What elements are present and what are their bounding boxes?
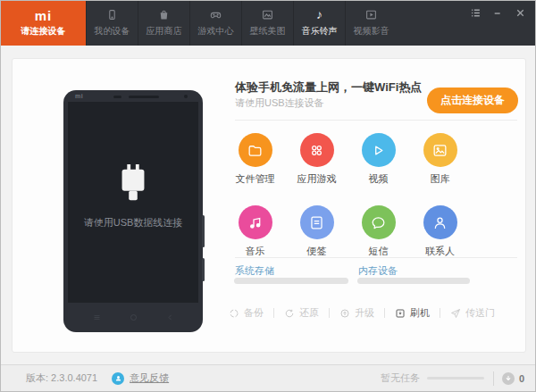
backup-icon xyxy=(229,308,239,319)
task-progress-line xyxy=(427,377,484,379)
feature-sms[interactable]: 短信 xyxy=(348,205,409,258)
feature-video[interactable]: 视频 xyxy=(348,133,409,186)
tab-my-device[interactable]: 我的设备 xyxy=(86,1,138,46)
phone-screen: 请使用USB数据线连接 xyxy=(68,102,198,303)
gallery-icon xyxy=(423,133,457,167)
tab-label: 我的设备 xyxy=(95,25,130,38)
task-area: 暂无任务 0 xyxy=(381,371,524,386)
connect-device-button[interactable]: 点击连接设备 xyxy=(427,88,518,113)
feedback-link[interactable]: 意见反馈 xyxy=(130,371,169,385)
divider xyxy=(384,308,385,318)
feature-apps-games[interactable]: 应用游戏 xyxy=(286,133,348,186)
apps-icon xyxy=(300,133,334,167)
gamepad-icon xyxy=(210,9,222,21)
window-controls xyxy=(470,7,526,19)
music-note-icon: ♪ xyxy=(316,9,322,21)
feature-contacts[interactable]: 联系人 xyxy=(409,205,471,258)
action-toolbar: 备份 还原 升级 刷机 传送门 xyxy=(229,306,495,320)
mi-pc-suite-window: mi 请连接设备 我的设备 应用商店 游戏中心 壁纸美图 ♪ 音乐铃声 视频影音 xyxy=(0,0,536,392)
download-icon[interactable] xyxy=(502,372,515,385)
feature-label: 音乐 xyxy=(246,245,265,258)
phone-sensor xyxy=(113,96,121,98)
memory-device-label: 内存设备 xyxy=(358,264,398,278)
flash-icon xyxy=(395,308,406,319)
usb-hint-text: 请使用USB数据线连接 xyxy=(68,216,198,229)
backup-button[interactable]: 备份 xyxy=(229,306,264,320)
feature-label: 图库 xyxy=(431,172,450,186)
divider xyxy=(329,308,330,318)
note-icon xyxy=(300,205,334,239)
menu-icon[interactable] xyxy=(470,7,482,19)
sms-icon xyxy=(362,205,396,239)
feature-grid: 文件管理 应用游戏 视频 图库 音乐 便签 短信 联系人 xyxy=(224,133,471,258)
tab-wallpaper[interactable]: 壁纸美图 xyxy=(241,1,293,46)
feedback-icon[interactable] xyxy=(112,372,124,385)
mi-logo: mi xyxy=(35,9,53,22)
divider xyxy=(440,308,440,318)
menu-key-icon xyxy=(93,313,101,321)
feature-notes[interactable]: 便签 xyxy=(286,205,348,258)
feature-label: 便签 xyxy=(307,245,327,258)
divider xyxy=(493,371,494,386)
tab-label: 游戏中心 xyxy=(198,25,234,38)
music-icon xyxy=(239,205,272,239)
contact-icon xyxy=(423,205,457,239)
tab-video[interactable]: 视频影音 xyxy=(345,1,397,46)
usb-plug-icon xyxy=(118,164,148,204)
phone-camera xyxy=(184,95,188,98)
tab-label: 应用商店 xyxy=(147,25,182,38)
usb-plug-area: 请使用USB数据线连接 xyxy=(68,164,198,229)
divider xyxy=(235,257,517,258)
portal-icon xyxy=(450,308,461,319)
wallpaper-icon xyxy=(262,9,273,21)
upgrade-icon xyxy=(339,308,350,319)
feature-gallery[interactable]: 图库 xyxy=(409,133,471,186)
tab-music-ringtone[interactable]: ♪ 音乐铃声 xyxy=(293,1,345,46)
divider xyxy=(235,120,517,121)
close-icon[interactable] xyxy=(515,7,526,19)
action-label: 刷机 xyxy=(410,306,430,320)
flash-button[interactable]: 刷机 xyxy=(395,306,430,320)
feature-music[interactable]: 音乐 xyxy=(224,205,286,258)
action-label: 备份 xyxy=(244,306,264,320)
subtext: 请使用USB连接设备 xyxy=(235,96,324,110)
home-key-icon xyxy=(130,313,138,321)
video-icon xyxy=(365,9,377,21)
tab-label: 音乐铃声 xyxy=(302,25,338,38)
action-label: 升级 xyxy=(355,306,374,320)
action-label: 传送门 xyxy=(465,306,495,320)
minimize-icon[interactable] xyxy=(492,7,504,19)
bag-icon xyxy=(158,9,170,21)
titlebar: mi 请连接设备 我的设备 应用商店 游戏中心 壁纸美图 ♪ 音乐铃声 视频影音 xyxy=(1,1,535,46)
action-label: 还原 xyxy=(299,306,319,320)
tab-game-center[interactable]: 游戏中心 xyxy=(189,1,241,46)
tab-connect-device[interactable]: mi 请连接设备 xyxy=(1,1,86,46)
folder-icon xyxy=(239,133,272,167)
tab-label: 视频影音 xyxy=(354,25,389,38)
phone-top-bezel: mi xyxy=(63,90,203,102)
upgrade-button[interactable]: 升级 xyxy=(339,306,374,320)
phone-icon xyxy=(106,9,118,21)
portal-button[interactable]: 传送门 xyxy=(450,306,495,320)
task-status-text: 暂无任务 xyxy=(381,371,420,385)
feature-label: 视频 xyxy=(369,172,389,186)
tab-app-store[interactable]: 应用商店 xyxy=(138,1,189,46)
tab-label: 请连接设备 xyxy=(21,25,66,38)
feature-label: 应用游戏 xyxy=(297,172,337,186)
system-storage-label: 系统存储 xyxy=(235,264,274,278)
play-icon xyxy=(362,133,396,167)
system-storage-bar xyxy=(234,278,348,284)
phone-nav-bar xyxy=(63,303,203,332)
feature-label: 短信 xyxy=(369,245,389,258)
phone-speaker xyxy=(129,96,159,98)
restore-button[interactable]: 还原 xyxy=(284,306,319,320)
divider xyxy=(273,308,274,318)
phone-mi-logo: mi xyxy=(75,93,83,99)
tab-label: 壁纸美图 xyxy=(250,25,286,38)
feature-file-manager[interactable]: 文件管理 xyxy=(224,133,286,186)
memory-device-bar xyxy=(357,278,470,284)
feature-label: 文件管理 xyxy=(236,172,275,186)
phone-volume-button xyxy=(202,215,205,247)
phone-illustration: mi 请使用USB数据线连接 xyxy=(63,90,203,332)
version-text: 版本: 2.3.0.4071 xyxy=(26,371,97,385)
